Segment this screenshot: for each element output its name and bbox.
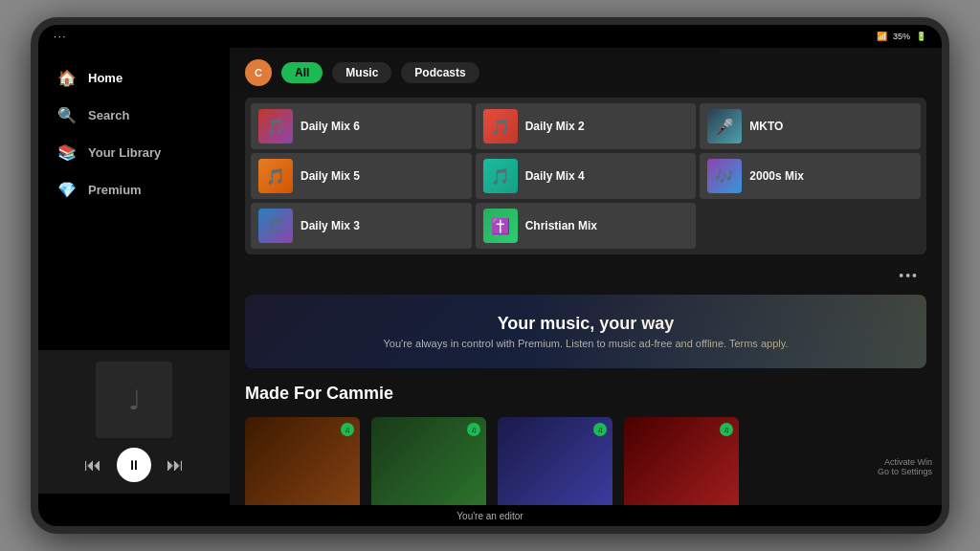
sidebar-item-library[interactable]: 📚 Your Library [38, 134, 230, 171]
daily-mix-3-thumb: 🎵 [258, 209, 293, 243]
menu-item-daily-mix-4[interactable]: 🎵 Daily Mix 4 [476, 153, 697, 199]
sidebar-item-home[interactable]: 🏠 Home [38, 59, 230, 97]
filter-podcasts-button[interactable]: Podcasts [401, 62, 479, 83]
spotify-logo-icon: ♫ [341, 423, 354, 436]
menu-item-mkto[interactable]: 🎤 MKTO [700, 103, 921, 149]
spotify-logo-icon-4: ♫ [720, 423, 733, 436]
sidebar-item-premium[interactable]: 💎 Premium [38, 171, 230, 209]
tablet-frame: ··· 📶 35% 🔋 🏠 Home 🔍 Search 📚 Your Libra… [31, 17, 949, 534]
menu-item-2000s-mix[interactable]: 🎶 2000s Mix [700, 153, 921, 199]
daily-mix-5-thumb: 🎵 [258, 159, 293, 193]
library-icon: 📚 [57, 143, 77, 162]
card-release-radar[interactable]: ♫ Release Radar Release Radar Catch all … [624, 417, 739, 505]
prev-button[interactable]: ⏮ [84, 455, 101, 475]
activate-windows-notice: Activate Win Go to Settings [878, 457, 932, 476]
sidebar: 🏠 Home 🔍 Search 📚 Your Library 💎 Premium… [38, 48, 230, 505]
daily-mix-4-thumb: 🎵 [483, 159, 518, 193]
daily-mix-3-image: ♫ Daily Mix 3 [371, 417, 486, 505]
status-dots: ··· [54, 32, 67, 42]
cards-row: ♫ Daily Mix 1 Daily Mix 1 MKTO, The Scor… [245, 417, 926, 505]
sidebar-premium-label: Premium [88, 183, 142, 197]
promo-title: Your music, your way [264, 314, 907, 334]
activate-line2: Go to Settings [878, 467, 932, 476]
pause-button[interactable]: ⏸ [117, 448, 151, 482]
premium-icon: 💎 [57, 181, 77, 199]
top-nav: C All Music Podcasts [230, 48, 942, 98]
menu-item-daily-mix-6[interactable]: 🎵 Daily Mix 6 [251, 103, 472, 149]
next-button[interactable]: ⏭ [167, 455, 184, 475]
2000s-mix-thumb: 🎶 [707, 159, 742, 193]
promo-banner: Your music, your way You're always in co… [245, 295, 926, 368]
menu-item-christian-mix[interactable]: ✝️ Christian Mix [476, 203, 697, 249]
wifi-icon: 📶 [877, 32, 887, 41]
quick-picks-menu: 🎵 Daily Mix 6 🎵 Daily Mix 2 🎤 MKTO [245, 98, 926, 254]
activate-line1: Activate Win [878, 457, 932, 467]
music-note-icon: ♩ [128, 385, 141, 416]
player-album-art: ♩ [96, 362, 172, 438]
status-bar: ··· 📶 35% 🔋 [38, 25, 942, 48]
spotify-logo-icon-3: ♫ [593, 423, 607, 436]
made-for-section: Made For Cammie ♫ Daily Mix 1 Daily Mix … [230, 384, 942, 505]
player-controls: ⏮ ⏸ ⏭ [84, 448, 184, 482]
sidebar-home-label: Home [88, 71, 122, 85]
sidebar-library-label: Your Library [88, 145, 161, 160]
daily-mix-6-label: Daily Mix 6 [301, 120, 360, 133]
menu-item-daily-mix-5[interactable]: 🎵 Daily Mix 5 [251, 153, 472, 199]
daily-mix-4-label: Daily Mix 4 [525, 169, 585, 183]
sidebar-item-search[interactable]: 🔍 Search [38, 97, 230, 134]
christian-mix-label: Christian Mix [525, 219, 597, 232]
filter-all-button[interactable]: All [281, 62, 323, 83]
christian-mix-thumb: ✝️ [483, 209, 518, 243]
discover-weekly-image: ♫ Discover Weekly [498, 417, 612, 505]
editor-label: You're an editor [457, 511, 523, 521]
card-daily-mix-1[interactable]: ♫ Daily Mix 1 Daily Mix 1 MKTO, The Scor… [245, 417, 360, 505]
daily-mix-5-label: Daily Mix 5 [301, 169, 360, 183]
section-title: Made For Cammie [245, 384, 926, 404]
daily-mix-2-thumb: 🎵 [483, 109, 518, 143]
daily-mix-3-label: Daily Mix 3 [301, 219, 360, 232]
release-radar-image: ♫ Release Radar [624, 417, 739, 505]
more-options-button[interactable]: ••• [891, 264, 926, 287]
search-icon: 🔍 [57, 106, 77, 124]
spotify-logo-icon-2: ♫ [467, 423, 480, 436]
mkto-thumb: 🎤 [707, 109, 742, 143]
daily-mix-6-thumb: 🎵 [258, 109, 293, 143]
daily-mix-1-image: ♫ Daily Mix 1 [245, 417, 360, 505]
home-icon: 🏠 [57, 69, 77, 87]
sidebar-search-label: Search [88, 108, 129, 122]
avatar[interactable]: C [245, 59, 272, 86]
mkto-label: MKTO [749, 120, 783, 133]
promo-subtitle: You're always in control with Premium. L… [264, 338, 907, 349]
content-area[interactable]: C All Music Podcasts 🎵 Daily Mix 6 🎵 [230, 48, 942, 505]
menu-item-daily-mix-3[interactable]: 🎵 Daily Mix 3 [251, 203, 472, 249]
battery-icon: 🔋 [916, 32, 926, 41]
battery-indicator: 35% [893, 32, 910, 41]
2000s-mix-label: 2000s Mix [749, 169, 804, 183]
card-discover-weekly[interactable]: ♫ Discover Weekly Discover Weekly Your w… [498, 417, 612, 505]
card-daily-mix-3[interactable]: ♫ Daily Mix 3 Daily Mix 3 Post Malone, N… [371, 417, 486, 505]
menu-item-daily-mix-2[interactable]: 🎵 Daily Mix 2 [476, 103, 697, 149]
daily-mix-2-label: Daily Mix 2 [525, 120, 585, 133]
player-area: ♩ ⏮ ⏸ ⏭ [38, 350, 230, 494]
bottom-bar: You're an editor [38, 505, 942, 526]
filter-music-button[interactable]: Music [332, 62, 391, 83]
